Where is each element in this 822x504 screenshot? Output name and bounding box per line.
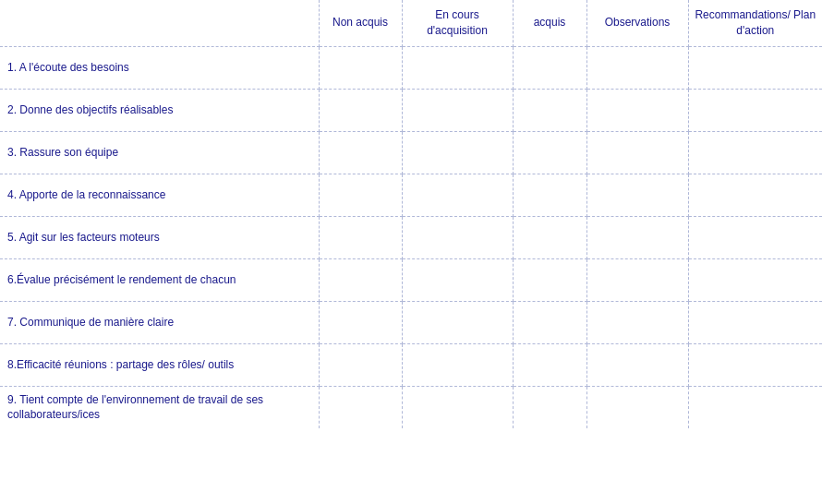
row-7-observations [586, 301, 688, 343]
row-7-label: 7. Communique de manière claire [0, 301, 319, 343]
row-2-recommandations [688, 89, 822, 131]
row-8-en-cours [402, 343, 513, 386]
row-1-label: 1. A l'écoute des besoins [0, 46, 319, 89]
row-9-acquis [513, 386, 586, 428]
row-8-acquis [513, 343, 586, 386]
table-row: 9. Tient compte de l'environnement de tr… [0, 386, 822, 428]
row-8-observations [586, 343, 688, 386]
row-5-en-cours [402, 216, 513, 258]
row-5-non-acquis [319, 216, 402, 258]
row-1-recommandations [688, 46, 822, 89]
row-5-label: 5. Agit sur les facteurs moteurs [0, 216, 319, 258]
row-4-en-cours [402, 174, 513, 216]
row-8-non-acquis [319, 343, 402, 386]
row-6-acquis [513, 258, 586, 301]
row-6-label: 6.Évalue précisément le rendement de cha… [0, 258, 319, 301]
row-9-recommandations [688, 386, 822, 428]
row-7-en-cours [402, 301, 513, 343]
row-2-observations [586, 89, 688, 131]
row-3-observations [586, 131, 688, 174]
row-6-observations [586, 258, 688, 301]
row-9-en-cours [402, 386, 513, 428]
row-7-non-acquis [319, 301, 402, 343]
table-row: 5. Agit sur les facteurs moteurs [0, 216, 822, 258]
row-1-non-acquis [319, 46, 402, 89]
row-9-label: 9. Tient compte de l'environnement de tr… [0, 386, 319, 428]
row-1-en-cours [402, 46, 513, 89]
table-row: 4. Apporte de la reconnaissance [0, 174, 822, 216]
col-header-non-acquis: Non acquis [319, 0, 402, 46]
col-header-recommandations: Recommandations/ Plan d'action [688, 0, 822, 46]
table-row: 3. Rassure son équipe [0, 131, 822, 174]
row-1-observations [586, 46, 688, 89]
row-3-label: 3. Rassure son équipe [0, 131, 319, 174]
col-header-acquis: acquis [513, 0, 586, 46]
row-4-non-acquis [319, 174, 402, 216]
col-header-observations: Observations [586, 0, 688, 46]
table-row: 7. Communique de manière claire [0, 301, 822, 343]
row-3-acquis [513, 131, 586, 174]
table-row: 2. Donne des objectifs réalisables [0, 89, 822, 131]
table-row: 1. A l'écoute des besoins [0, 46, 822, 89]
row-3-en-cours [402, 131, 513, 174]
row-9-non-acquis [319, 386, 402, 428]
row-3-recommandations [688, 131, 822, 174]
row-4-observations [586, 174, 688, 216]
row-6-non-acquis [319, 258, 402, 301]
row-4-label: 4. Apporte de la reconnaissance [0, 174, 319, 216]
row-9-observations [586, 386, 688, 428]
row-7-acquis [513, 301, 586, 343]
col-header-label [0, 0, 319, 46]
row-7-recommandations [688, 301, 822, 343]
row-2-acquis [513, 89, 586, 131]
row-5-observations [586, 216, 688, 258]
row-8-label: 8.Efficacité réunions : partage des rôle… [0, 343, 319, 386]
row-2-label: 2. Donne des objectifs réalisables [0, 89, 319, 131]
row-2-non-acquis [319, 89, 402, 131]
row-4-acquis [513, 174, 586, 216]
row-2-en-cours [402, 89, 513, 131]
row-5-recommandations [688, 216, 822, 258]
row-6-recommandations [688, 258, 822, 301]
row-4-recommandations [688, 174, 822, 216]
row-6-en-cours [402, 258, 513, 301]
table-row: 6.Évalue précisément le rendement de cha… [0, 258, 822, 301]
table-row: 8.Efficacité réunions : partage des rôle… [0, 343, 822, 386]
row-5-acquis [513, 216, 586, 258]
col-header-en-cours: En cours d'acquisition [402, 0, 513, 46]
row-1-acquis [513, 46, 586, 89]
row-8-recommandations [688, 343, 822, 386]
row-3-non-acquis [319, 131, 402, 174]
